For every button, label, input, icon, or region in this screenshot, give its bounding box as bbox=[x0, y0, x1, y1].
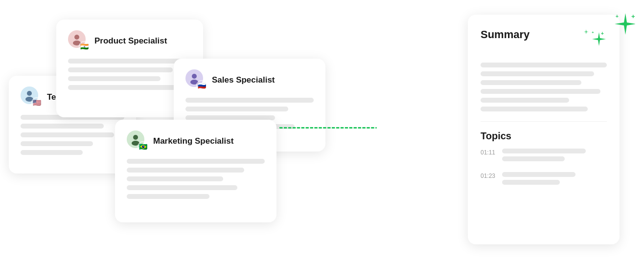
skel bbox=[127, 168, 244, 173]
sparkle-decoration: + + bbox=[606, 11, 635, 42]
skel bbox=[185, 98, 314, 103]
svg-point-2 bbox=[74, 35, 79, 40]
skel bbox=[21, 132, 114, 137]
sales-avatar: 🇷🇺 bbox=[185, 69, 207, 91]
skel bbox=[502, 180, 560, 185]
skel bbox=[68, 59, 191, 64]
marketing-avatar: 🇧🇷 bbox=[127, 130, 148, 152]
svg-point-0 bbox=[27, 91, 32, 96]
summary-panel: Summary + + Topics 01:11 bbox=[468, 15, 620, 244]
svg-text:+: + bbox=[592, 30, 594, 35]
skel bbox=[481, 98, 569, 103]
skel bbox=[21, 124, 104, 129]
skel bbox=[127, 194, 209, 199]
skel bbox=[127, 159, 265, 164]
summary-title: Summary bbox=[481, 28, 529, 41]
team-lead-avatar: 🇺🇸 bbox=[21, 87, 42, 108]
topic-1-lines bbox=[502, 149, 607, 165]
skel bbox=[185, 107, 288, 111]
skel bbox=[502, 149, 586, 153]
team-lead-flag: 🇺🇸 bbox=[31, 97, 42, 108]
skel bbox=[21, 141, 93, 146]
skel bbox=[502, 156, 565, 161]
skel bbox=[481, 63, 607, 67]
sparkle-icon: + + bbox=[583, 28, 607, 54]
scene: { "cards": { "team_lead": { "title": "Te… bbox=[0, 0, 644, 260]
skel bbox=[481, 89, 600, 94]
skel bbox=[481, 71, 594, 76]
topic-item-1: 01:11 bbox=[481, 149, 607, 165]
marketing-header: 🇧🇷 Marketing Specialist bbox=[127, 130, 265, 152]
svg-text:+: + bbox=[631, 13, 635, 20]
summary-header: Summary + + bbox=[481, 28, 607, 54]
skel bbox=[481, 80, 581, 85]
topic-item-2: 01:23 bbox=[481, 172, 607, 189]
skel bbox=[502, 172, 575, 177]
skel bbox=[68, 85, 179, 90]
skel bbox=[127, 185, 237, 190]
product-title: Product Specialist bbox=[94, 36, 167, 46]
topics-title: Topics bbox=[481, 130, 607, 142]
skel bbox=[68, 76, 161, 81]
divider bbox=[481, 121, 607, 122]
sales-title: Sales Specialist bbox=[212, 75, 275, 85]
connector-line bbox=[279, 127, 377, 129]
marketing-title: Marketing Specialist bbox=[153, 136, 233, 146]
svg-point-4 bbox=[192, 74, 197, 79]
svg-text:+: + bbox=[616, 14, 619, 19]
skel bbox=[68, 67, 173, 72]
sales-flag: 🇷🇺 bbox=[196, 80, 207, 91]
svg-point-6 bbox=[133, 135, 138, 140]
skel bbox=[481, 107, 588, 111]
skel bbox=[127, 176, 223, 181]
product-avatar: 🇮🇳 bbox=[68, 30, 90, 52]
svg-text:+: + bbox=[601, 31, 604, 36]
topic-2-time: 01:23 bbox=[481, 172, 496, 179]
product-header: 🇮🇳 Product Specialist bbox=[68, 30, 191, 52]
sales-header: 🇷🇺 Sales Specialist bbox=[185, 69, 314, 91]
summary-skeleton bbox=[481, 63, 607, 111]
skel bbox=[21, 150, 83, 155]
product-flag: 🇮🇳 bbox=[79, 41, 90, 52]
topic-1-time: 01:11 bbox=[481, 149, 496, 156]
topic-2-lines bbox=[502, 172, 607, 189]
card-marketing[interactable]: 🇧🇷 Marketing Specialist bbox=[115, 120, 276, 222]
marketing-flag: 🇧🇷 bbox=[138, 141, 148, 152]
